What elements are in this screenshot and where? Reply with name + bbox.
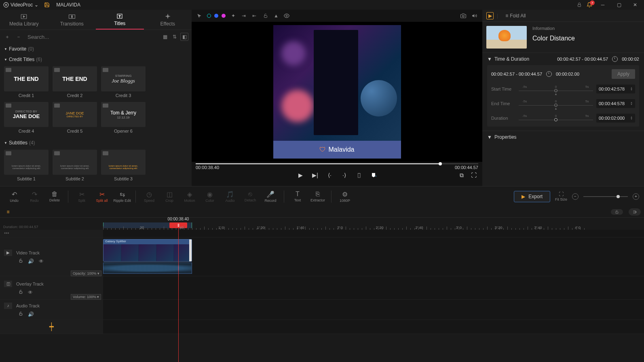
start-time-slider[interactable]: -5s 0 5s ▲ — [519, 85, 593, 93]
section-time-duration[interactable]: ▼ Time & Duration 00:00:42.57 - 00:00:44… — [482, 53, 644, 65]
prev-frame-button[interactable]: ⟨· — [325, 171, 334, 180]
safe-zone-icon[interactable]: ▲ — [272, 12, 280, 19]
title-tile-credit-3[interactable]: STARRINGJoe Bloggs Credit 3 — [101, 66, 146, 98]
zoom-slider[interactable] — [583, 196, 628, 197]
grid-view-icon[interactable]: ▦ — [161, 33, 169, 41]
preview-viewport[interactable]: 🛡 Malavida — [192, 22, 482, 162]
section-favorite[interactable]: ▼ Favorite (0) — [0, 44, 192, 54]
add-track-button[interactable]: ┿ — [49, 322, 54, 331]
title-tile-credit-4[interactable]: DIRECTED BYJANE DOE Credit 4 — [4, 102, 49, 133]
resolution-button[interactable]: ⚙1080P — [336, 188, 354, 205]
maximize-button[interactable]: ▢ — [613, 1, 625, 9]
end-time-slider[interactable]: -5s 0 5s ▲ — [519, 99, 593, 108]
tab-transitions[interactable]: Transitions — [48, 10, 96, 30]
title-tile-subtitle-3[interactable]: lorem ipsum dolor sit amet, consectetur … — [101, 150, 146, 181]
save-icon[interactable] — [44, 2, 50, 8]
marker-magenta[interactable] — [222, 14, 226, 18]
color-button[interactable]: ◉Color — [201, 188, 219, 205]
next-frame-button[interactable]: ·⟩ — [340, 171, 349, 180]
speed-button[interactable]: ◷Speed — [140, 188, 158, 205]
tool-3-icon[interactable]: ⇤ — [251, 12, 258, 19]
tool-2-icon[interactable]: ⇥ — [240, 12, 247, 19]
play-button[interactable]: ▶ — [296, 171, 305, 180]
track-visibility-button[interactable]: 👁 — [28, 290, 33, 295]
motion-button[interactable]: ◈Motion — [180, 188, 199, 205]
marker-cyan[interactable] — [207, 14, 211, 18]
sort-icon[interactable]: ⇅ — [171, 33, 179, 41]
title-tile-credit-5[interactable]: JANE DOEDIRECTED BY Credit 5 — [53, 102, 97, 133]
crop-button[interactable]: ◫Crop — [160, 188, 179, 205]
volume-badge[interactable]: Volume: 100% ▾ — [71, 294, 101, 300]
section-credit-titles[interactable]: ▼ Credit Titles (6) — [0, 54, 192, 65]
play-range-button[interactable]: ▶| — [311, 171, 320, 180]
add-button[interactable]: ＋ — [3, 33, 11, 41]
search-input[interactable] — [26, 32, 158, 42]
title-tile-opener-6[interactable]: Tom & Jerry12.12.19 Opener 6 — [101, 102, 146, 133]
opacity-badge[interactable]: Opacity: 100% ▾ — [71, 271, 101, 276]
zoom-in-button[interactable]: + — [633, 193, 639, 200]
panel-toggle-icon[interactable]: ◧ — [180, 33, 188, 41]
magnet-button[interactable]: ⊃ — [629, 208, 641, 216]
timeline-settings-icon[interactable]: ≡ — [3, 208, 13, 216]
duration-input[interactable]: 00:00:02:000▲▼ — [596, 114, 635, 123]
track-lock-button[interactable] — [19, 311, 23, 317]
track-mute-button[interactable]: 🔊 — [28, 258, 34, 264]
pip-icon[interactable]: ⧉ — [457, 171, 466, 180]
title-tile-subtitle-1[interactable]: lorem ipsum dolor sit amet, consectetur … — [4, 150, 49, 181]
volume-icon[interactable] — [471, 12, 478, 19]
tab-titles[interactable]: T Titles — [96, 10, 144, 30]
timeline-ruler[interactable]: 00:00:38.40 20401':01':201':402':02':202… — [103, 218, 644, 230]
minimize-button[interactable]: ─ — [597, 1, 608, 9]
marker-blue[interactable] — [214, 14, 218, 18]
snapshot-icon[interactable] — [460, 12, 467, 19]
ripple-edit-button[interactable]: ⇆Ripple Edit — [113, 188, 131, 205]
fit-size-button[interactable]: ⛶ Fit Size — [555, 191, 567, 201]
text-button[interactable]: TText — [288, 188, 307, 205]
mark-out-button[interactable]: + — [369, 171, 378, 180]
delete-button[interactable]: 🗑Delete — [45, 188, 64, 205]
audio-waveform[interactable] — [103, 263, 192, 274]
duration-slider[interactable]: -5s 0 5s — [519, 114, 593, 122]
fullscreen-icon[interactable]: ⛶ — [469, 171, 478, 180]
extractor-button[interactable]: ⎘Extractor — [308, 188, 327, 205]
video-clip[interactable]: Galaxy Splitter — [103, 239, 192, 262]
audio-button[interactable]: 🎵Audio — [221, 188, 239, 205]
fold-all-button[interactable]: ≡ Fold All — [505, 13, 526, 19]
inspector-tab-icon[interactable]: ▶ — [486, 12, 494, 19]
record-button[interactable]: 🎤Record — [261, 188, 280, 205]
global-lock-button[interactable] — [611, 209, 623, 215]
clip-handle-right[interactable] — [189, 239, 192, 261]
start-time-input[interactable]: 00:00:42:578▲▼ — [596, 85, 635, 93]
end-time-input[interactable]: 00:00:44:578▲▼ — [596, 99, 635, 108]
preview-progress[interactable] — [196, 163, 478, 164]
apply-button[interactable]: Apply — [612, 69, 635, 79]
title-tile-credit-2[interactable]: THE END Credit 2 — [53, 66, 97, 98]
track-lock-button[interactable] — [19, 290, 23, 295]
notification-icon[interactable]: 7 — [587, 2, 592, 8]
detach-button[interactable]: ⎋Detach — [241, 188, 260, 205]
title-tile-credit-1[interactable]: THE END Credit 1 — [4, 66, 49, 98]
tab-media-library[interactable]: Media Library — [0, 10, 48, 30]
app-logo[interactable]: VideoProc ⌄ — [3, 2, 38, 8]
redo-button[interactable]: ↷Redo — [25, 188, 44, 205]
split-button[interactable]: ✂Split — [72, 188, 91, 205]
split-all-button[interactable]: ✂Split all — [93, 188, 111, 205]
undo-button[interactable]: ↶Undo — [5, 188, 23, 205]
track-visibility-button[interactable]: 👁 — [39, 258, 44, 264]
unlock-icon[interactable] — [262, 12, 269, 19]
title-tile-subtitle-2[interactable]: lorem ipsum dolor sit amet, consectetur … — [53, 150, 97, 181]
eye-icon[interactable] — [283, 12, 290, 19]
cursor-tool-icon[interactable] — [196, 12, 203, 19]
section-subtitles[interactable]: ▼ Subtitles (4) — [0, 138, 192, 148]
remove-button[interactable]: － — [15, 33, 23, 41]
section-properties[interactable]: ▼ Properties — [482, 131, 644, 143]
tool-1-icon[interactable]: ✦ — [230, 12, 237, 19]
tab-effects[interactable]: Effects — [144, 10, 192, 30]
close-button[interactable]: ✕ — [629, 1, 641, 9]
track-mute-button[interactable]: 🔊 — [28, 311, 34, 317]
lock-icon[interactable] — [577, 2, 582, 7]
mark-in-button[interactable]: ⌷ — [355, 171, 363, 180]
track-lock-button[interactable] — [19, 258, 23, 264]
zoom-out-button[interactable]: − — [572, 193, 579, 200]
export-button[interactable]: ▶ Export — [514, 191, 550, 202]
